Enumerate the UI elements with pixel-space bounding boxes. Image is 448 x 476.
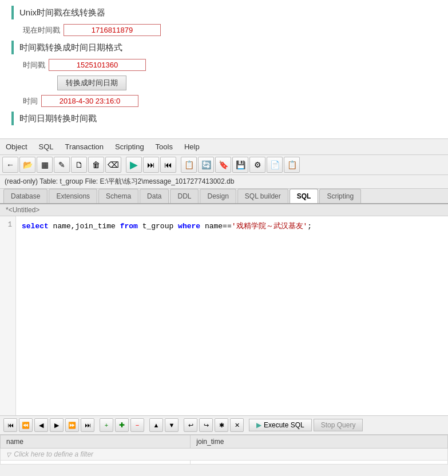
menu-sql[interactable]: SQL: [33, 141, 60, 153]
menu-help[interactable]: Help: [179, 141, 205, 153]
toolbar-btn-prev[interactable]: ⏮: [160, 157, 176, 173]
nav-first[interactable]: ⏮: [3, 418, 17, 432]
convert-button[interactable]: 转换成时间日期: [57, 76, 126, 90]
bottom-toolbar: ⏮ ⏪ ◀ ▶ ⏩ ⏭ + ✚ − ▲ ▼ ↩ ↪ ✱ ✕ ▶ Execute …: [0, 415, 448, 435]
toolbar-btn-doc[interactable]: 📄: [267, 157, 283, 173]
line-numbers: 1: [0, 216, 16, 415]
execute-icon: ▶: [256, 421, 261, 429]
section2-title: 时间戳转换成时间日期格式: [11, 41, 437, 54]
untitled-label: *<Untitled>: [6, 206, 39, 214]
tab-scripting[interactable]: Scripting: [319, 189, 361, 203]
toolbar-btn-delete[interactable]: 🗑: [88, 157, 104, 173]
line-number-1: 1: [3, 221, 12, 229]
toolbar-btn-refresh[interactable]: 🔄: [198, 157, 214, 173]
filter-placeholder: Click here to define a filter: [14, 450, 93, 458]
menu-scripting[interactable]: Scripting: [109, 141, 150, 153]
toolbar-btn-new[interactable]: 🗋: [71, 157, 87, 173]
toolbar-btn-edit[interactable]: ✎: [54, 157, 70, 173]
editor-header: *<Untitled>: [0, 204, 448, 216]
toolbar-btn-play[interactable]: ▶: [126, 157, 142, 173]
current-time-row: 现在时间戳: [11, 24, 437, 36]
col-join-time: join_time: [191, 435, 448, 449]
toolbar-btn-doc2[interactable]: 📋: [284, 157, 300, 173]
empty-cell-join-time: [191, 461, 448, 465]
menu-tools[interactable]: Tools: [150, 141, 179, 153]
delete-row[interactable]: −: [130, 418, 144, 432]
tab-sql-builder[interactable]: SQL builder: [237, 189, 288, 203]
tab-database[interactable]: Database: [3, 189, 47, 203]
current-time-label: 现在时间戳: [23, 25, 60, 35]
toolbar-btn-settings[interactable]: ⚙: [249, 157, 265, 173]
time-label: 时间: [23, 96, 38, 106]
toolbar-btn-back[interactable]: ←: [2, 157, 18, 173]
results-header-row: name join_time: [1, 435, 448, 449]
convert-btn-row: 转换成时间日期: [11, 76, 437, 90]
tab-sql[interactable]: SQL: [290, 189, 319, 203]
toolbar-btn-open[interactable]: 📂: [19, 157, 35, 173]
timestamp-input[interactable]: [49, 59, 146, 71]
code-content[interactable]: select name,join_time from t_group where…: [16, 216, 448, 415]
stop-label: Stop Query: [321, 421, 356, 429]
execute-sql-button[interactable]: ▶ Execute SQL: [249, 419, 312, 431]
execute-label: Execute SQL: [264, 421, 304, 429]
time-result-input[interactable]: [41, 95, 138, 107]
toolbar-btn-bookmark[interactable]: 🔖: [215, 157, 231, 173]
menu-transaction[interactable]: Transaction: [60, 141, 109, 153]
nav-last[interactable]: ⏭: [81, 418, 94, 432]
close-row[interactable]: ✕: [230, 418, 244, 432]
statusbar: (read-only) Table: t_group File: E:\平航\练…: [0, 175, 448, 189]
timestamp-label: 时间戳: [23, 60, 45, 70]
tab-ddl[interactable]: DDL: [170, 189, 199, 203]
section3-title: 时间日期转换时间戳: [11, 112, 437, 125]
col-name: name: [1, 435, 191, 449]
add-row[interactable]: +: [100, 418, 113, 432]
main-toolbar: ← 📂 ▦ ✎ 🗋 🗑 ⌫ ▶ ⏭ ⏮ 📋 🔄 🔖 💾 ⚙ 📄 📋: [0, 155, 448, 175]
filter-icon: ▽: [6, 451, 12, 458]
tab-design[interactable]: Design: [200, 189, 236, 203]
toolbar-btn-grid[interactable]: ▦: [37, 157, 53, 173]
statusbar-text: (read-only) Table: t_group File: E:\平航\练…: [5, 177, 234, 185]
empty-cell-name: [1, 461, 191, 465]
add-row-2[interactable]: ✚: [115, 418, 129, 432]
toolbar-btn-clear[interactable]: ⌫: [105, 157, 121, 173]
asterisk[interactable]: ✱: [215, 418, 228, 432]
menubar: Object SQL Transaction Scripting Tools H…: [0, 139, 448, 155]
redo[interactable]: ↪: [199, 418, 213, 432]
nav-next-page[interactable]: ⏩: [65, 418, 79, 432]
tab-extensions[interactable]: Extensions: [49, 189, 97, 203]
nav-prev[interactable]: ◀: [34, 418, 48, 432]
filter-cell[interactable]: ▽ Click here to define a filter: [1, 449, 448, 461]
tab-schema[interactable]: Schema: [98, 189, 138, 203]
filter-row[interactable]: ▽ Click here to define a filter: [1, 449, 448, 461]
toolbar-btn-save[interactable]: 💾: [232, 157, 248, 173]
current-time-input[interactable]: [64, 24, 161, 36]
results-area: name join_time ▽ Click here to define a …: [0, 435, 448, 465]
toolbar-btn-next[interactable]: ⏭: [143, 157, 159, 173]
nav-next[interactable]: ▶: [50, 418, 64, 432]
top-panel: Unix时间戳在线转换器 现在时间戳 时间戳转换成时间日期格式 时间戳 转换成时…: [0, 0, 448, 139]
menu-object[interactable]: Object: [0, 141, 33, 153]
table-row: [1, 461, 448, 465]
tabs-bar: Database Extensions Schema Data DDL Desi…: [0, 189, 448, 204]
move-up[interactable]: ▲: [149, 418, 163, 432]
toolbar-btn-copy[interactable]: 📋: [181, 157, 197, 173]
undo[interactable]: ↩: [184, 418, 197, 432]
stop-query-button[interactable]: Stop Query: [314, 419, 363, 431]
main-area: Database Extensions Schema Data DDL Desi…: [0, 189, 448, 435]
section1-title: Unix时间戳在线转换器: [11, 6, 437, 19]
nav-prev-page[interactable]: ⏪: [19, 418, 33, 432]
tab-data[interactable]: Data: [140, 189, 169, 203]
time-result-row: 时间: [11, 95, 437, 107]
results-table: name join_time ▽ Click here to define a …: [0, 435, 448, 465]
editor-area[interactable]: 1 select name,join_time from t_group whe…: [0, 216, 448, 415]
move-down[interactable]: ▼: [165, 418, 179, 432]
timestamp-row: 时间戳: [11, 59, 437, 71]
